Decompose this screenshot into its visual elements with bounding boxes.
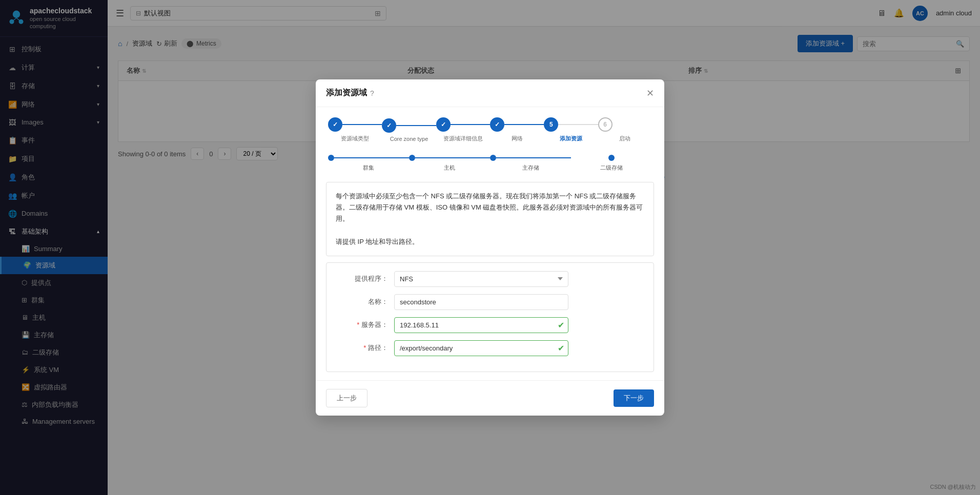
modal-footer: 上一步 下一步 [316, 380, 664, 416]
server-row: 服务器： ✔ [337, 317, 643, 333]
sub-step-cluster: 群集 [328, 155, 409, 172]
sub-label-host: 主机 [444, 164, 455, 172]
provider-row: 提供程序： NFS SMB/CIFS S3 Swift [337, 271, 643, 287]
path-check-icon: ✔ [558, 343, 564, 353]
server-input-wrapper: ✔ [394, 317, 568, 333]
path-input[interactable] [394, 340, 568, 356]
modal-overlay[interactable]: 添加资源域 ? ✕ ✓ 资源域类型 ✓ Core zone type [0, 0, 980, 495]
provider-select[interactable]: NFS SMB/CIFS S3 Swift [394, 271, 568, 287]
sub-dot-2 [409, 155, 415, 161]
sub-label-cluster: 群集 [363, 164, 374, 172]
step-5-circle: 5 [544, 117, 558, 132]
info-box: 每个资源域中必须至少包含一个 NFS 或二级存储服务器。现在我们将添加第一个 N… [326, 182, 654, 256]
step-4-label: 网络 [512, 135, 523, 142]
sub-dot-3 [490, 155, 496, 161]
step-1: ✓ 资源域类型 [328, 117, 382, 142]
step-1-circle: ✓ [328, 117, 342, 132]
info-text-1: 每个资源域中必须至少包含一个 NFS 或二级存储服务器。现在我们将添加第一个 N… [336, 191, 644, 224]
step-3-circle: ✓ [436, 117, 451, 132]
step-4: ✓ 网络 [490, 117, 544, 142]
name-input[interactable] [394, 294, 568, 310]
sub-dot-1 [328, 155, 334, 161]
step-3-label: 资源域详细信息 [443, 135, 483, 142]
sub-progress: 群集 主机 主存储 二级存储 [316, 147, 664, 176]
sub-step-host: 主机 [409, 155, 490, 172]
modal-title: 添加资源域 [326, 88, 367, 98]
sub-dot-4 [608, 155, 615, 161]
step-3: ✓ 资源域详细信息 [436, 117, 490, 142]
step-2-circle: ✓ [382, 118, 396, 133]
step-5-label: 添加资源 [560, 135, 582, 142]
step-6-circle: 6 [598, 117, 612, 132]
server-input[interactable] [394, 317, 568, 333]
sub-label-primary: 主存储 [522, 164, 539, 172]
help-icon[interactable]: ? [370, 89, 374, 97]
step-6-label: 启动 [619, 135, 630, 142]
add-zone-modal: 添加资源域 ? ✕ ✓ 资源域类型 ✓ Core zone type [316, 79, 664, 415]
close-icon[interactable]: ✕ [646, 89, 654, 98]
path-row: 路径： ✔ [337, 340, 643, 356]
sub-step-primary: 主存储 [490, 155, 571, 172]
form-area: 提供程序： NFS SMB/CIFS S3 Swift 名称： 服务器： ✔ [326, 262, 654, 372]
modal-header: 添加资源域 ? ✕ [316, 79, 664, 107]
info-text-2: 请提供 IP 地址和导出路径。 [336, 236, 644, 248]
step-2-label: Core zone type [390, 136, 428, 142]
step-4-circle: ✓ [490, 117, 504, 132]
step-1-label: 资源域类型 [341, 135, 369, 142]
step-6: 6 启动 [598, 117, 652, 142]
next-button[interactable]: 下一步 [614, 389, 654, 407]
name-row: 名称： [337, 294, 643, 310]
server-label: 服务器： [337, 320, 388, 329]
path-input-wrapper: ✔ [394, 340, 568, 356]
back-button[interactable]: 上一步 [326, 389, 368, 407]
step-2: ✓ Core zone type [382, 118, 436, 142]
sub-step-secondary: 二级存储 [571, 155, 652, 172]
sub-label-secondary: 二级存储 [600, 164, 623, 172]
name-label: 名称： [337, 297, 388, 306]
server-check-icon: ✔ [558, 320, 564, 330]
provider-label: 提供程序： [337, 274, 388, 283]
path-label: 路径： [337, 343, 388, 353]
wizard-steps: ✓ 资源域类型 ✓ Core zone type ✓ 资源域详细信息 [316, 107, 664, 147]
step-5: 5 添加资源 [544, 117, 598, 142]
